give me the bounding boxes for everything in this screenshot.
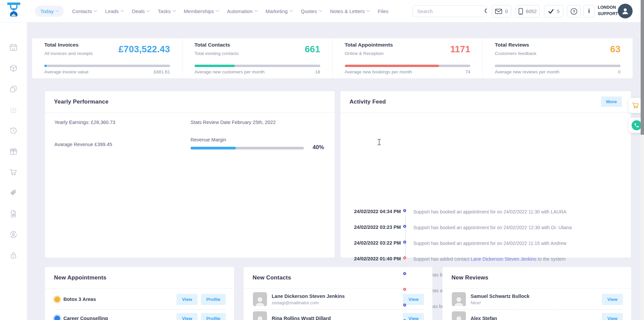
- nav-item-leads[interactable]: Leads: [105, 8, 123, 14]
- person-icon: [453, 296, 465, 306]
- activity-time: 24/02/2022 03:22 PM: [347, 240, 401, 246]
- activity-entry: 24/02/2022 03:23 PM Support has booked a…: [340, 219, 631, 235]
- chevron-down-icon: [121, 8, 124, 12]
- nav-item-deals[interactable]: Deals: [132, 8, 149, 14]
- global-search: [413, 5, 487, 17]
- contact-link[interactable]: Lane Dickerson Steven Jenkins: [471, 256, 536, 262]
- sms-count-badge: 6052: [526, 9, 537, 14]
- nav-label: Leads: [105, 8, 119, 14]
- user-avatar[interactable]: [618, 4, 633, 18]
- activity-entry: 24/02/2022 04:34 PM Support has booked a…: [340, 204, 631, 219]
- view-button[interactable]: View: [602, 294, 623, 305]
- avatar-placeholder: [253, 292, 267, 306]
- stat-subtitle: Total existing contacts: [195, 51, 239, 56]
- stat-progress-bar: [195, 65, 320, 67]
- review-row: Alex Stefan View: [452, 309, 623, 320]
- stat-footer-label: Average invoice value: [44, 69, 89, 74]
- chevron-down-icon: [367, 8, 370, 12]
- nav-item-contacts[interactable]: Contacts: [72, 8, 97, 14]
- sidebar-user-sync-icon[interactable]: [9, 230, 18, 239]
- help-button[interactable]: ?: [567, 5, 581, 17]
- tasks-button[interactable]: 5: [544, 5, 564, 17]
- profile-button[interactable]: Profile: [201, 294, 226, 305]
- sidebar-bag-download-icon[interactable]: [9, 106, 18, 114]
- sms-button[interactable]: 6052: [516, 5, 540, 17]
- stat-card-total-invoices: Total Invoices All invoices and receipts…: [32, 38, 182, 78]
- panel-header: New Reviews: [442, 267, 631, 289]
- nav-item-files[interactable]: Files: [378, 8, 388, 14]
- view-button[interactable]: View: [602, 313, 623, 320]
- nav-label: Memberships: [184, 8, 214, 14]
- sidebar-duplicate-icon[interactable]: [9, 85, 18, 93]
- appointment-dot-icon: [54, 297, 60, 302]
- stat-footer: Average new bookings per month74: [345, 69, 471, 74]
- sidebar-calendar-icon[interactable]: 12: [9, 43, 18, 52]
- more-button[interactable]: More: [601, 97, 622, 107]
- nav-item-notes-letters[interactable]: Notes & Letters: [330, 8, 369, 14]
- nav-label: Deals: [132, 8, 145, 14]
- text-cursor: [377, 139, 381, 145]
- nav-label: Files: [378, 8, 388, 14]
- stat-value: £703,522.43: [118, 44, 170, 55]
- person-icon: [254, 315, 266, 320]
- nav-item-automation[interactable]: Automation: [227, 8, 257, 14]
- nav-item-memberships[interactable]: Memberships: [184, 8, 219, 14]
- app-logo-icon[interactable]: [5, 2, 22, 20]
- profile-button[interactable]: Profile: [201, 313, 226, 320]
- svg-text:?: ?: [573, 9, 575, 13]
- contact-name: Rina Rollins Wyatt Dillard: [272, 316, 331, 320]
- sidebar-price-tag-icon[interactable]: [9, 189, 18, 197]
- activity-entry: 24/02/2022 03:22 PM Support has booked a…: [340, 235, 631, 251]
- stat-footer-value: 18: [315, 69, 320, 74]
- stat-title: Total Reviews: [495, 42, 529, 48]
- phone-circle-icon: [632, 120, 642, 130]
- info-button[interactable]: i: [583, 5, 595, 17]
- chevron-down-icon: [254, 8, 258, 12]
- envelope-icon: [495, 9, 502, 14]
- panel-header: Yearly Performance: [45, 91, 335, 113]
- search-icon[interactable]: [484, 8, 487, 14]
- sidebar-history-icon[interactable]: [9, 126, 18, 135]
- booking-marker-icon: [403, 241, 406, 244]
- sidebar-package-icon[interactable]: [9, 64, 18, 73]
- nav-label: Marketing: [266, 8, 288, 14]
- nav-label: Automation: [227, 8, 253, 14]
- activity-time: 24/02/2022 03:23 PM: [347, 225, 401, 230]
- scrollbar-thumb[interactable]: [641, 0, 644, 135]
- nav-item-quotes[interactable]: Quotes: [301, 8, 322, 14]
- sidebar-cart-icon[interactable]: [9, 168, 18, 177]
- view-button[interactable]: View: [403, 313, 424, 320]
- average-revenue: Avarage Revenue £399.45: [54, 142, 112, 147]
- search-input[interactable]: [413, 9, 484, 14]
- stat-progress-bar: [345, 65, 471, 67]
- stat-subtitle: Customers feedback: [495, 51, 536, 56]
- account-location-line2: SUPPORT: [598, 11, 618, 17]
- stat-footer-label: Average new bookings per month: [345, 69, 412, 74]
- sidebar-lock-icon[interactable]: [9, 251, 18, 260]
- chevron-down-icon: [216, 8, 219, 12]
- sidebar-gift-icon[interactable]: [9, 147, 18, 156]
- nav-item-today[interactable]: Today: [35, 6, 64, 17]
- page-scrollbar[interactable]: [641, 0, 644, 320]
- stat-progress-bar: [495, 65, 621, 67]
- stat-footer-label: Average new customers per month: [195, 69, 265, 74]
- avatar-placeholder: [452, 292, 466, 306]
- stat-card-total-contacts: Total Contacts Total existing contacts 6…: [182, 38, 332, 78]
- contact-email: zedagi@mailinator.com: [272, 300, 345, 305]
- appointment-row: Botox 3 Areas View Profile: [54, 290, 226, 309]
- panel-title: Yearly Performance: [54, 99, 108, 105]
- email-inbox-button[interactable]: 0: [492, 5, 511, 17]
- stat-value: 1171: [450, 44, 470, 55]
- nav-item-marketing[interactable]: Marketing: [266, 8, 292, 14]
- panel-title: New Reviews: [451, 274, 488, 281]
- view-button[interactable]: View: [176, 294, 198, 305]
- view-button[interactable]: View: [176, 313, 198, 320]
- stat-footer-label: Average new reviews per month: [495, 69, 559, 74]
- yearly-earnings: Yearly Earnings: £28,360.73: [54, 120, 115, 125]
- sidebar-report-icon[interactable]: [9, 209, 18, 218]
- nav-item-tasks[interactable]: Tasks: [158, 8, 175, 14]
- person-icon: [453, 315, 465, 320]
- question-circle-icon: ?: [570, 8, 578, 15]
- view-button[interactable]: View: [403, 294, 424, 305]
- yearly-performance-panel: Yearly Performance Yearly Earnings: £28,…: [45, 91, 335, 258]
